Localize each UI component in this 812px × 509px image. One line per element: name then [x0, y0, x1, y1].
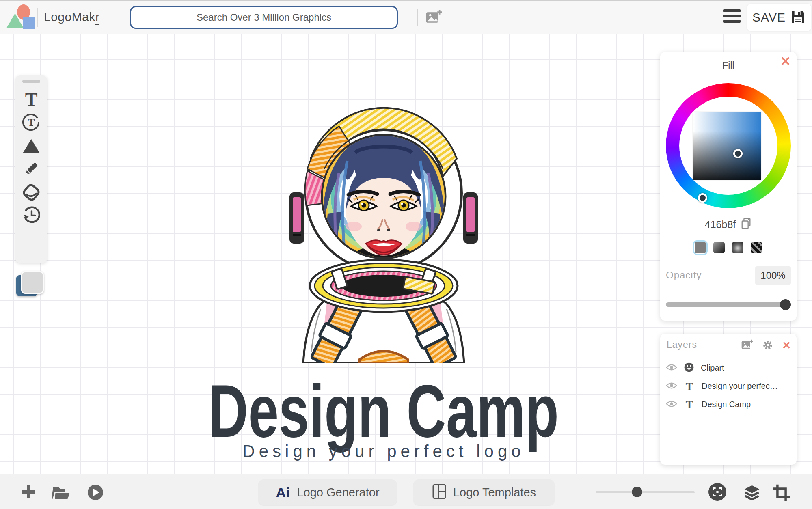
text-layer-icon: T	[684, 381, 695, 392]
opacity-value[interactable]: 100%	[755, 266, 791, 285]
brand-name[interactable]: LogoMakr	[44, 10, 99, 24]
solid-fill-swatch[interactable]	[695, 242, 706, 253]
layers-title: Layers	[667, 339, 697, 350]
neck-ring	[310, 260, 458, 312]
astronaut-clipart[interactable]	[282, 92, 485, 363]
shapes-tool-button[interactable]	[15, 136, 47, 158]
tools-palette: T T	[15, 75, 47, 263]
pattern-fill-swatch[interactable]	[751, 242, 762, 253]
logo-square-shape	[23, 17, 35, 29]
brand-divider	[37, 8, 38, 27]
text-tool-icon: T	[25, 91, 38, 109]
add-image-icon[interactable]	[425, 9, 443, 28]
hex-color-value[interactable]: 416b8f	[705, 219, 736, 231]
logomakr-app: LogoMakr SAVE	[0, 0, 812, 509]
logomakr-logo[interactable]	[6, 4, 35, 30]
current-color-swatch[interactable]	[16, 271, 45, 298]
radial-gradient-swatch[interactable]	[732, 242, 743, 253]
brand-name-accent: r	[95, 10, 100, 25]
layers-add-image-icon[interactable]	[741, 339, 754, 353]
logo-templates-label: Logo Templates	[453, 486, 536, 499]
layer-label: Design Camp	[702, 400, 751, 409]
svg-text:T: T	[28, 117, 35, 128]
opacity-slider-track[interactable]	[666, 302, 791, 307]
opacity-label: Opacity	[666, 270, 702, 281]
search-input[interactable]	[130, 6, 398, 29]
logo-generator-label: Logo Generator	[297, 486, 379, 499]
brand-name-main: LogoMak	[44, 10, 95, 24]
ai-icon: Ai	[276, 485, 290, 500]
new-design-plus-icon[interactable]	[20, 484, 37, 502]
triangle-icon	[22, 138, 41, 156]
clipart-layer-smiley-icon	[684, 362, 694, 374]
fill-panel: ✕ Fill 416b8f Opacity 100%	[660, 52, 797, 321]
fill-style-swatches	[660, 242, 797, 253]
layers-settings-gear-icon[interactable]	[762, 339, 774, 353]
zoom-slider[interactable]	[596, 487, 695, 497]
layer-row-title-text[interactable]: T Design Camp	[660, 395, 797, 414]
layer-visibility-eye-icon[interactable]	[666, 382, 677, 391]
text-layer-icon: T	[684, 399, 695, 410]
open-folder-icon[interactable]	[52, 484, 71, 502]
bottom-bar: Ai Logo Generator Logo Templates	[0, 474, 812, 509]
tutorial-play-icon[interactable]	[87, 484, 104, 503]
layers-panel: Layers ✕ Clipart	[660, 334, 797, 465]
layer-visibility-eye-icon[interactable]	[666, 400, 677, 410]
zoom-slider-thumb[interactable]	[632, 487, 642, 497]
layer-label: Clipart	[701, 363, 724, 373]
save-button[interactable]: SAVE	[747, 4, 811, 31]
opacity-slider[interactable]	[666, 299, 791, 310]
right-earpiece	[463, 192, 478, 244]
paint-bucket-icon	[22, 183, 41, 203]
fill-panel-divider	[660, 264, 797, 264]
copy-hex-icon[interactable]	[741, 218, 752, 231]
layer-row-subtitle-text[interactable]: T Design your perfec…	[660, 377, 797, 395]
stroke-color-swatch[interactable]	[21, 271, 44, 294]
fill-panel-title: Fill	[660, 60, 797, 71]
save-floppy-icon	[790, 9, 806, 26]
pencil-icon	[23, 160, 40, 179]
layers-toggle-icon[interactable]	[743, 485, 760, 503]
saturation-value-box[interactable]	[693, 112, 761, 180]
logo-templates-button[interactable]: Logo Templates	[413, 479, 555, 505]
history-tool-button[interactable]	[15, 205, 47, 227]
logo-generator-button[interactable]: Ai Logo Generator	[258, 479, 397, 505]
history-icon	[22, 206, 41, 226]
templates-layout-icon	[432, 483, 447, 501]
top-bar: LogoMakr SAVE	[0, 0, 812, 34]
palette-drag-handle[interactable]	[22, 80, 40, 83]
canvas-logo-subtitle[interactable]: Design your perfect logo	[140, 442, 627, 461]
save-label: SAVE	[752, 11, 786, 24]
menu-icon[interactable]	[723, 9, 741, 25]
layers-panel-close-icon[interactable]: ✕	[782, 339, 791, 352]
crop-icon[interactable]	[773, 484, 790, 503]
layer-label: Design your perfec…	[702, 382, 778, 391]
left-earpiece	[289, 192, 304, 244]
fill-tool-button[interactable]	[15, 182, 47, 205]
text-tool-button[interactable]: T	[15, 88, 47, 111]
search-divider	[417, 9, 418, 26]
draw-tool-button[interactable]	[15, 158, 47, 181]
opacity-slider-thumb[interactable]	[780, 299, 791, 310]
fit-to-screen-button[interactable]	[708, 483, 726, 501]
linear-gradient-swatch[interactable]	[713, 242, 725, 253]
layers-header: Layers ✕	[660, 334, 797, 356]
hue-picker-dot[interactable]	[698, 193, 707, 203]
zoom-slider-track[interactable]	[596, 491, 695, 493]
layer-row-clipart[interactable]: Clipart	[660, 359, 797, 377]
sv-picker-dot[interactable]	[733, 149, 743, 158]
layer-visibility-eye-icon[interactable]	[666, 363, 677, 373]
curved-text-icon: T	[22, 113, 41, 134]
curved-text-tool-button[interactable]: T	[15, 112, 47, 135]
